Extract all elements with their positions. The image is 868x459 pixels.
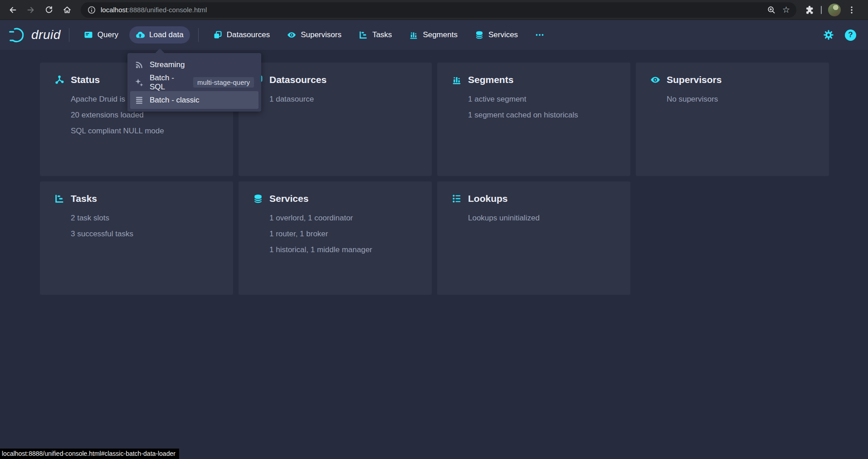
nav-item-label: Services [488,30,518,39]
avatar[interactable] [828,4,841,16]
card-tasks[interactable]: Tasks 2 task slots 3 successful tasks [40,181,233,295]
card-line: 1 historical, 1 middle manager [269,242,417,258]
gantt-icon [359,30,368,39]
properties-icon [452,194,462,204]
druid-logo[interactable]: druid [8,25,61,44]
datasources-icon [213,30,222,39]
menu-item-label: Batch - SQL [150,73,183,92]
help-icon[interactable]: ? [845,29,856,41]
card-line: SQL compliant NULL mode [71,123,219,139]
forward-icon[interactable] [23,2,39,18]
url-text: localhost:8888/unified-console.html [101,6,207,14]
menu-item-batch-classic[interactable]: Batch - classic [130,91,258,109]
extensions-icon[interactable] [805,5,814,15]
nav-item-label: Datasources [227,30,270,39]
card-title: Services [269,193,308,204]
cloud-upload-icon [136,30,145,39]
toolbar-separator [821,6,822,14]
bookmark-star-icon[interactable]: ☆ [782,5,790,14]
nav-item-segments[interactable]: Segments [403,26,464,44]
nav-item-load-data[interactable]: Load data [129,26,190,44]
database-icon [475,30,484,39]
card-title: Lookups [468,193,508,204]
card-line: Lookups uninitialized [468,210,616,226]
card-services[interactable]: Services 1 overlord, 1 coordinator 1 rou… [239,181,432,295]
card-line: No supervisors [667,91,814,107]
menu-kebab-icon[interactable] [847,5,856,15]
load-data-menu: Streaming Batch - SQL multi-stage-query … [127,53,261,112]
card-lookups[interactable]: Lookups Lookups uninitialized [437,181,630,295]
card-datasources[interactable]: Datasources 1 datasource [239,63,432,176]
card-title: Datasources [269,74,327,85]
nav-item-services[interactable]: Services [468,26,524,44]
card-line: 1 active segment [468,91,616,107]
nav-item-label: Tasks [372,30,392,39]
nav-item-label: Supervisors [301,30,341,39]
card-line: 1 overlord, 1 coordinator [269,210,417,226]
druid-navbar: druid Query Load data Datasources [0,20,868,50]
nav-item-tasks[interactable]: Tasks [352,26,398,44]
feed-icon [135,60,144,69]
nav-divider [198,28,199,42]
msq-badge: multi-stage-query [193,77,254,88]
zoom-icon[interactable] [767,5,776,15]
nav-item-supervisors[interactable]: Supervisors [281,26,348,44]
sparkles-icon [135,78,144,87]
card-line: 1 datasource [269,91,417,107]
browser-toolbar: localhost:8888/unified-console.html ☆ [0,0,868,20]
settings-gear-icon[interactable] [823,29,834,40]
bar-chart-icon [409,30,418,39]
nav-item-label: Query [98,30,118,39]
nav-item-label: Load data [149,30,184,39]
site-info-icon[interactable] [87,5,96,15]
card-line: 3 successful tasks [71,226,219,242]
card-line: 2 task slots [71,210,219,226]
more-icon [535,30,544,39]
nav-item-more[interactable] [529,26,551,44]
menu-item-batch-sql[interactable]: Batch - SQL multi-stage-query [130,73,258,91]
card-supervisors[interactable]: Supervisors No supervisors [636,63,829,176]
card-line: 1 router, 1 broker [269,226,417,242]
link-preview-text: localhost:8888/unified-console.html#clas… [2,450,176,457]
reload-icon[interactable] [41,2,57,18]
gantt-icon [54,194,64,204]
link-preview-statusbar: localhost:8888/unified-console.html#clas… [0,449,179,459]
back-icon[interactable] [5,2,21,18]
card-line: 1 segment cached on historicals [468,107,616,123]
nav-item-label: Segments [423,30,458,39]
console-icon [84,30,93,39]
database-icon [253,194,263,204]
card-title: Status [71,74,100,85]
card-title: Segments [468,74,513,85]
home-icon[interactable] [59,2,75,18]
card-segments[interactable]: Segments 1 active segment 1 segment cach… [437,63,630,176]
eye-icon [650,75,660,85]
card-title: Tasks [71,193,97,204]
menu-item-streaming[interactable]: Streaming [130,56,258,73]
list-icon [135,96,144,105]
card-title: Supervisors [667,74,722,85]
address-bar[interactable]: localhost:8888/unified-console.html ☆ [81,2,796,18]
nav-divider [69,28,69,42]
druid-logo-icon [8,25,27,44]
nav-item-datasources[interactable]: Datasources [207,26,276,44]
nav-item-query[interactable]: Query [78,26,125,44]
bar-chart-icon [452,75,462,85]
brand-wordmark: druid [31,28,61,42]
menu-item-label: Streaming [150,60,185,69]
menu-item-label: Batch - classic [150,96,200,105]
graph-icon [54,75,64,85]
eye-icon [287,30,296,39]
